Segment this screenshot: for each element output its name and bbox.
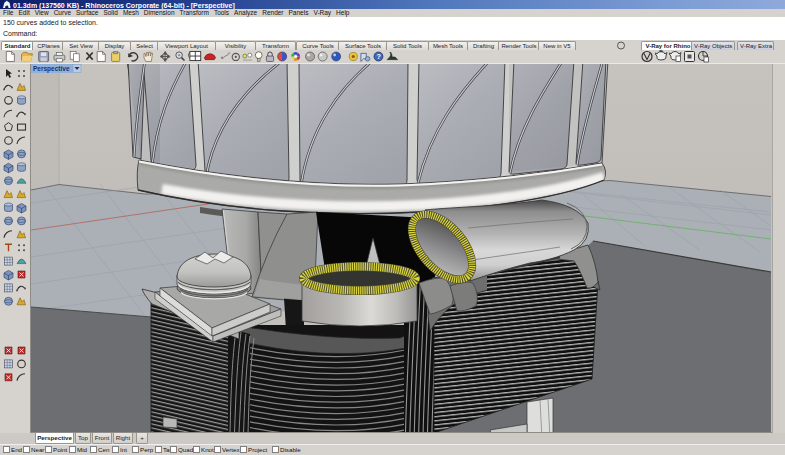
svg-text:Perspective: Perspective <box>33 65 70 73</box>
